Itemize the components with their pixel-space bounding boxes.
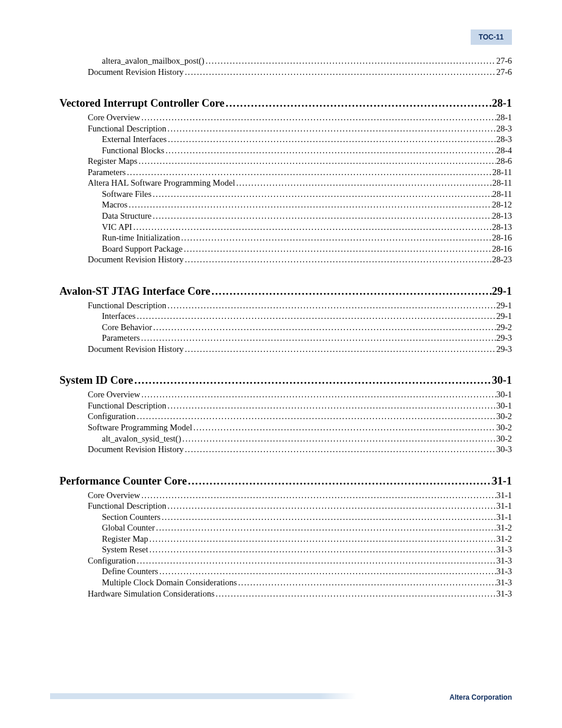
- toc-entry[interactable]: Software Programming Model30-2: [88, 422, 512, 433]
- toc-entry-leader: [135, 311, 496, 322]
- toc-chapter-page: 30-1: [492, 373, 512, 388]
- toc-entry[interactable]: Multiple Clock Domain Considerations31-3: [102, 577, 512, 588]
- toc-entry-page: 31-1: [496, 500, 512, 512]
- toc-entry-page: 28-13: [492, 210, 512, 222]
- toc-entry[interactable]: Functional Description29-1: [88, 300, 512, 311]
- toc-chapter-page: 29-1: [492, 284, 512, 299]
- toc-entry-leader: [164, 145, 496, 156]
- toc-entry[interactable]: Parameters29-3: [102, 332, 512, 344]
- toc-entry[interactable]: Document Revision History27-6: [88, 67, 512, 78]
- toc-entry-leader: [167, 134, 497, 145]
- toc-entry[interactable]: VIC API28-13: [102, 222, 512, 233]
- toc-entry-leader: [204, 55, 496, 67]
- toc-entry-page: 29-3: [496, 344, 512, 355]
- toc-entry-leader: [155, 522, 497, 533]
- toc-entry-leader: [184, 254, 492, 265]
- toc-entry-title: Functional Description: [88, 400, 166, 411]
- toc-entry[interactable]: Software Files28-11: [102, 189, 512, 200]
- toc-entry[interactable]: Define Counters31-3: [102, 566, 512, 577]
- toc-entry-leader: [140, 112, 496, 123]
- toc-entry[interactable]: Document Revision History28-23: [88, 254, 512, 265]
- toc-entry[interactable]: Functional Blocks28-4: [102, 145, 512, 156]
- toc-entry-leader: [183, 243, 492, 255]
- toc-chapter: System ID Core30-1Core Overview30-1Funct…: [50, 373, 512, 454]
- toc-entry[interactable]: Register Map31-2: [102, 533, 512, 545]
- toc-entry-title: Register Maps: [88, 156, 137, 167]
- toc-entry-title: Global Counter: [102, 522, 155, 533]
- toc-entry[interactable]: Parameters28-11: [88, 167, 512, 178]
- toc-entry[interactable]: Hardware Simulation Considerations31-3: [88, 588, 512, 599]
- toc-entry[interactable]: Configuration30-2: [88, 411, 512, 422]
- toc-chapter-title: Performance Counter Core: [59, 474, 187, 489]
- toc-chapter-heading[interactable]: Avalon-ST JTAG Interface Core29-1: [59, 284, 512, 299]
- toc-entry[interactable]: Register Maps28-6: [88, 156, 512, 167]
- toc-entry[interactable]: Functional Description30-1: [88, 400, 512, 411]
- toc-entry[interactable]: External Interfaces28-3: [102, 134, 512, 145]
- toc-entry[interactable]: Board Support Package28-16: [102, 243, 512, 255]
- toc-entry[interactable]: Section Counters31-1: [102, 512, 512, 523]
- toc-entry-page: 28-13: [492, 222, 512, 233]
- toc-entry-title: External Interfaces: [102, 134, 167, 145]
- toc-entry[interactable]: Configuration31-3: [88, 555, 512, 566]
- toc-entry-leader: [152, 322, 496, 333]
- toc-entry-leader: [166, 500, 496, 512]
- toc-entry-page: 30-2: [496, 411, 512, 422]
- toc-chapter-title: System ID Core: [59, 373, 133, 388]
- toc-entry-title: Section Counters: [102, 512, 160, 523]
- toc-entry-leader: [181, 433, 497, 444]
- toc-entry-page: 30-2: [496, 433, 512, 444]
- toc-entry-page: 27-6: [496, 67, 512, 78]
- toc-entry[interactable]: Document Revision History29-3: [88, 344, 512, 355]
- toc-entry[interactable]: Core Overview30-1: [88, 389, 512, 400]
- toc-entry[interactable]: Core Overview28-1: [88, 112, 512, 123]
- toc-entry[interactable]: System Reset31-3: [102, 544, 512, 555]
- toc-entry-leader: [148, 544, 497, 555]
- toc-entry-leader: [148, 533, 497, 545]
- toc-entry-leader: [140, 389, 496, 400]
- toc-chapter-leader: [210, 284, 492, 299]
- toc-entry-title: Interfaces: [102, 311, 135, 322]
- toc-entry-leader: [132, 222, 492, 233]
- toc-entry-page: 31-3: [496, 577, 512, 588]
- toc-entry-title: VIC API: [102, 222, 132, 233]
- toc-entry[interactable]: Run-time Initialization28-16: [102, 232, 512, 243]
- toc-chapter: Performance Counter Core31-1Core Overvie…: [50, 474, 512, 599]
- toc-chapter-heading[interactable]: Performance Counter Core31-1: [59, 474, 512, 489]
- toc-entry[interactable]: Global Counter31-2: [102, 522, 512, 533]
- toc-entry-title: Configuration: [88, 411, 135, 422]
- document-page: TOC-11 altera_avalon_mailbox_post()27-6D…: [0, 0, 562, 719]
- toc-chapter-heading[interactable]: System ID Core30-1: [59, 373, 512, 388]
- toc-entry-leader: [140, 332, 496, 344]
- toc-entry[interactable]: alt_avalon_sysid_test()30-2: [102, 433, 512, 444]
- toc-entry-title: Board Support Package: [102, 243, 183, 255]
- toc-entry[interactable]: Altera HAL Software Programming Model28-…: [88, 177, 512, 189]
- toc-entry[interactable]: altera_avalon_mailbox_post()27-6: [102, 55, 512, 67]
- toc-chapter-title: Vectored Interrupt Controller Core: [59, 96, 224, 111]
- toc-entry[interactable]: Macros28-12: [102, 199, 512, 210]
- toc-entry-leader: [166, 123, 496, 134]
- toc-entry-title: Define Counters: [102, 566, 158, 577]
- toc-entry-page: 31-3: [496, 588, 512, 599]
- toc-entry[interactable]: Document Revision History30-3: [88, 444, 512, 455]
- toc-entry-page: 27-6: [496, 55, 512, 67]
- toc-entry-page: 28-3: [496, 123, 512, 134]
- toc-entry-page: 29-3: [496, 332, 512, 344]
- toc-entry-page: 29-1: [496, 300, 512, 311]
- toc-entry-leader: [192, 422, 496, 433]
- toc-entry-page: 31-3: [496, 566, 512, 577]
- toc-entry[interactable]: Core Overview31-1: [88, 490, 512, 501]
- toc-entry[interactable]: Functional Description28-3: [88, 123, 512, 134]
- toc-entry-leader: [184, 67, 497, 78]
- toc-entry-title: Run-time Initialization: [102, 232, 180, 243]
- toc-entry-title: Data Structure: [102, 210, 151, 222]
- toc-entry-leader: [166, 300, 496, 311]
- toc-entry-title: alt_avalon_sysid_test(): [102, 433, 181, 444]
- toc-entry[interactable]: Data Structure28-13: [102, 210, 512, 222]
- toc-entry-title: Macros: [102, 199, 128, 210]
- toc-entry[interactable]: Core Behavior29-2: [102, 322, 512, 333]
- toc-chapter-leader: [133, 373, 492, 388]
- toc-entry[interactable]: Interfaces29-1: [102, 311, 512, 322]
- toc-entry[interactable]: Functional Description31-1: [88, 500, 512, 512]
- toc-entry-leader: [137, 156, 496, 167]
- toc-chapter-heading[interactable]: Vectored Interrupt Controller Core28-1: [59, 96, 512, 111]
